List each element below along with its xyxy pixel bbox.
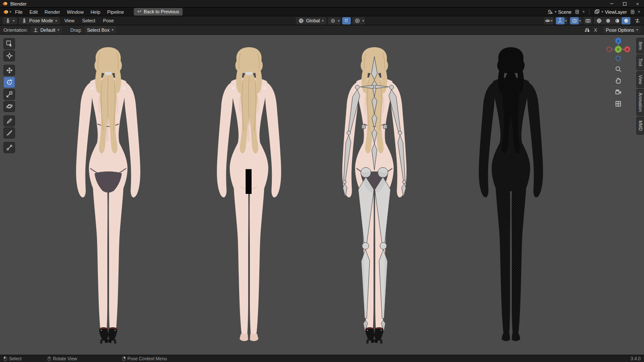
model-back-wireframe[interactable] [459, 45, 562, 344]
status-select-label: Select [9, 356, 21, 361]
shading-rendered-button[interactable] [622, 17, 630, 24]
menu-view[interactable]: View [61, 17, 78, 24]
tab-mmd[interactable]: MMD [636, 117, 644, 135]
pan-button[interactable] [614, 76, 623, 85]
minimize-button[interactable] [605, 0, 618, 7]
tool-shelf [3, 38, 15, 153]
tool-pose-breakdown[interactable] [3, 142, 15, 153]
editor-type-chevron: ▾ [13, 19, 15, 23]
viewlayer-browse-chevron[interactable]: ▾ [601, 10, 603, 14]
pivot-chevron[interactable]: ▾ [338, 19, 340, 23]
visibility-chevron[interactable]: ▾ [551, 19, 553, 23]
menu-window[interactable]: Window [64, 9, 87, 15]
tool-scale[interactable] [3, 89, 15, 100]
visibility-dropdown[interactable]: ▾ [544, 17, 553, 24]
rotate-icon [6, 79, 13, 86]
sidebar-tabs: Item Tool View Animation MMD [636, 38, 644, 135]
tool-measure[interactable] [3, 127, 15, 139]
menu-select[interactable]: Select [79, 17, 98, 24]
viewlayer-selector[interactable]: ▾ ViewLayer [592, 9, 629, 15]
window-controls: × [605, 0, 644, 7]
transform-orientation-dropdown[interactable]: Global ▾ [296, 17, 326, 24]
gizmo-z-label: Z [617, 39, 620, 43]
overlays-chevron[interactable]: ▾ [579, 19, 581, 23]
camera-view-button[interactable] [614, 87, 623, 97]
model-back-textured[interactable] [57, 45, 160, 344]
scene-viewlayer-area: ▾ Scene × ▾ ViewLayer × [546, 9, 641, 15]
tab-view[interactable]: View [636, 71, 644, 88]
proportional-chevron[interactable]: ▾ [362, 19, 364, 23]
show-overlays-button[interactable] [570, 17, 579, 24]
show-gizmo-button[interactable] [556, 17, 565, 24]
gizmo-chevron[interactable]: ▾ [565, 19, 567, 23]
editor-type-selector[interactable]: ▾ [3, 17, 17, 24]
viewport-header: ▾ Pose Mode ▾ View Select Pose Global ▾ … [0, 16, 644, 25]
orientation-default-dropdown[interactable]: Default ▾ [30, 26, 62, 33]
gizmos-dropdown[interactable]: ▾ [555, 17, 568, 24]
scene-selector[interactable]: ▾ Scene [546, 9, 573, 15]
app-menu-chevron[interactable]: ▾ [9, 10, 11, 14]
pivot-point-button[interactable] [329, 17, 337, 24]
orientation-gizmo[interactable]: Z X Y [605, 36, 631, 62]
tab-animation[interactable]: Animation [636, 89, 644, 115]
drag-dropdown[interactable]: Select Box ▾ [85, 26, 116, 33]
pose-mode-icon [21, 18, 27, 24]
viewlayer-icon [594, 9, 600, 15]
menu-file[interactable]: File [12, 9, 26, 15]
new-viewlayer-icon[interactable] [630, 9, 635, 15]
mode-selector[interactable]: Pose Mode ▾ [19, 17, 60, 24]
viewport-3d[interactable]: Z X Y Ite [0, 35, 644, 355]
toggle-ortho-button[interactable] [614, 99, 623, 109]
move-icon [6, 67, 13, 74]
unlink-scene-icon[interactable]: × [581, 9, 586, 14]
gizmo-y-label: Y [617, 48, 620, 51]
tab-tool[interactable]: Tool [636, 54, 644, 70]
pose-options-dropdown[interactable]: Pose Options ▾ [603, 26, 641, 33]
maximize-button[interactable] [618, 0, 631, 7]
tool-annotate[interactable] [3, 115, 15, 127]
close-button[interactable]: × [631, 0, 644, 7]
menu-pipeline[interactable]: Pipeline [104, 9, 127, 15]
menu-render[interactable]: Render [42, 9, 63, 15]
snap-toggle-button[interactable] [342, 17, 351, 24]
remove-viewlayer-icon[interactable]: × [636, 9, 641, 14]
tab-item[interactable]: Item [636, 38, 644, 54]
gizmo-x-negative[interactable] [607, 47, 612, 52]
menu-edit[interactable]: Edit [27, 9, 41, 15]
back-to-previous-label: Back to Previous [144, 9, 179, 14]
blender-app-icon[interactable] [3, 9, 9, 15]
drag-label: Drag: [70, 27, 82, 33]
menu-pose[interactable]: Pose [100, 17, 117, 24]
new-scene-icon[interactable] [574, 9, 580, 15]
header-expand-button[interactable] [633, 17, 641, 24]
zoom-button[interactable] [614, 64, 623, 74]
model-back-armature[interactable] [323, 45, 426, 344]
tool-cursor[interactable] [3, 50, 15, 61]
menu-help[interactable]: Help [88, 9, 103, 15]
gizmo-z-negative[interactable] [616, 56, 621, 61]
tool-transform[interactable] [3, 101, 15, 112]
tool-move[interactable] [3, 65, 15, 76]
orientation-value: Global [306, 18, 320, 23]
tool-select-box[interactable] [3, 38, 15, 49]
proportional-edit-group: ▾ [352, 17, 365, 24]
shading-wireframe-button[interactable] [595, 17, 603, 24]
shading-solid-button[interactable] [604, 17, 612, 24]
overlays-dropdown[interactable]: ▾ [569, 17, 582, 24]
back-to-previous-button[interactable]: Back to Previous [134, 8, 183, 15]
solid-sphere-icon [605, 18, 611, 24]
proportional-edit-button[interactable] [353, 17, 362, 24]
xray-toggle-button[interactable] [583, 17, 592, 24]
global-orientation-icon [298, 18, 304, 24]
magnet-icon [343, 18, 349, 24]
orientation-default-value: Default [40, 27, 55, 33]
scene-browse-chevron[interactable]: ▾ [555, 10, 556, 14]
maximize-icon [623, 2, 626, 6]
title-bar: Blender × [0, 0, 644, 8]
proportional-circle-icon [355, 18, 360, 24]
tool-rotate[interactable] [3, 77, 15, 88]
model-back-nude[interactable] [197, 45, 301, 344]
shading-material-button[interactable] [613, 17, 621, 24]
mirror-x-toggle[interactable] [583, 26, 592, 33]
mouse-middle-icon [47, 356, 51, 362]
